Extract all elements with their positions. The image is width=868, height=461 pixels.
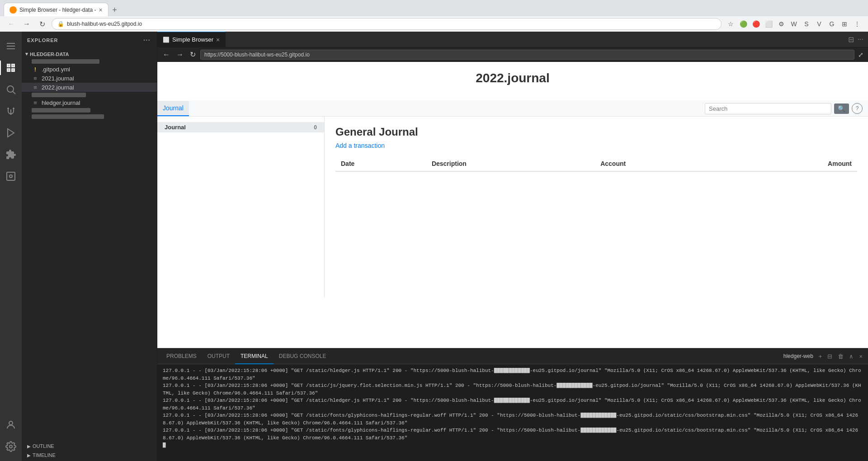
activity-scm-icon[interactable]: [0, 100, 22, 122]
terminal-line: 127.0.0.1 - - [03/Jan/2022:15:28:06 +000…: [163, 412, 863, 427]
refresh-button[interactable]: ↻: [36, 18, 48, 30]
browser-controls: ← → ↻ 🔒 blush-halibut-ws-eu25.gitpod.io …: [0, 16, 868, 32]
panel-forward-btn[interactable]: →: [175, 50, 185, 60]
sidebar-section-hledger: ▾ HLEDGER-DATA ! .gitpod.yml ≡ 2021.jour…: [22, 49, 157, 121]
forward-button[interactable]: →: [21, 18, 33, 30]
hledger-page-title: 2022.journal: [157, 71, 868, 85]
ext-icon-2[interactable]: 🔴: [750, 19, 761, 29]
activity-search-icon[interactable]: [0, 79, 22, 100]
browser-tab-active[interactable]: Simple Browser - hledger-data - ×: [4, 3, 108, 16]
terminal-line: 127.0.0.1 - - [03/Jan/2022:15:28:06 +000…: [163, 382, 863, 397]
chevron-right-timeline-icon: ▶: [27, 453, 31, 458]
toolbar-icons: ☆ 🟢 🔴 ⬜ ⚙ W S V G ⊞ ⋮: [725, 19, 863, 29]
ext-icon-7[interactable]: V: [814, 19, 825, 29]
sidebar-timeline-section[interactable]: ▶ TIMELINE: [22, 451, 157, 459]
editor-more-btn[interactable]: ···: [857, 34, 864, 44]
file-hledgerjournal-name: hledger.journal: [42, 99, 80, 106]
activity-debug-icon[interactable]: [0, 122, 22, 144]
panel-back-btn[interactable]: ←: [161, 50, 172, 60]
ext-icon-5[interactable]: W: [788, 19, 799, 29]
file-journal2-icon: ≡: [32, 84, 39, 91]
tab-browser-icon: ⬜: [163, 37, 170, 43]
tab-debug-console[interactable]: DEBUG CONSOLE: [274, 348, 332, 364]
terminal-prompt: █: [163, 442, 863, 449]
panel-external-btn[interactable]: ⤢: [857, 50, 864, 59]
explorer-title: EXPLORER: [27, 38, 58, 43]
panel-address-text: https://5000-blush-halibut-ws-eu25.gitpo…: [204, 52, 310, 58]
bookmark-icon[interactable]: ☆: [725, 19, 736, 29]
terminal-maximize-btn[interactable]: ∧: [847, 352, 855, 361]
terminal-close-btn[interactable]: ×: [857, 352, 864, 361]
chevron-down-icon: ▾: [25, 51, 28, 57]
ext-icon-3[interactable]: ⬜: [763, 19, 774, 29]
outline-label: OUTLINE: [33, 443, 54, 449]
section-title: HLEDGER-DATA: [30, 52, 69, 57]
activity-settings-icon[interactable]: [0, 436, 22, 457]
simple-browser-tab-close[interactable]: ×: [216, 36, 220, 43]
hledger-help-button[interactable]: ?: [852, 103, 863, 114]
file-item-2022journal[interactable]: ≡ 2022.journal: [22, 83, 157, 92]
file-item-2021journal[interactable]: ≡ 2021.journal: [22, 74, 157, 83]
hledger-main-layout: Journal 0 General Journal Add a transact…: [157, 117, 868, 297]
tab-simple-browser[interactable]: ⬜ Simple Browser ×: [157, 32, 226, 47]
tab-output[interactable]: OUTPUT: [202, 348, 235, 364]
file-hledger-icon: ≡: [32, 99, 39, 106]
activity-menu-icon[interactable]: [0, 35, 22, 57]
table-header-amount: Amount: [729, 156, 857, 171]
split-editor-btn[interactable]: ⊟: [847, 34, 855, 45]
nav-journal-link[interactable]: Journal: [157, 101, 189, 116]
hledger-sidebar-journal[interactable]: Journal 0: [157, 122, 324, 132]
tab-close-btn[interactable]: ×: [99, 6, 102, 14]
table-header-description: Description: [426, 156, 595, 171]
hledger-search-input[interactable]: [705, 103, 831, 114]
activity-remote-icon[interactable]: [0, 165, 22, 187]
hledger-content: General Journal Add a transaction Date D…: [325, 117, 868, 297]
panel-refresh-btn[interactable]: ↻: [188, 49, 198, 60]
svg-point-15: [9, 421, 13, 425]
hledger-nav: Journal 🔍 ?: [157, 101, 868, 117]
terminal-trash-btn[interactable]: 🗑: [836, 352, 845, 361]
tab-terminal[interactable]: TERMINAL: [235, 348, 274, 364]
address-bar[interactable]: 🔒 blush-halibut-ws-eu25.gitpod.io: [52, 18, 722, 30]
hledger-search-area: 🔍 ?: [699, 101, 868, 116]
vscode-container: EXPLORER ··· ▾ HLEDGER-DATA ! .gitpod.ym…: [0, 32, 868, 461]
browser-tab-bar: Simple Browser - hledger-data - × +: [0, 0, 868, 16]
hledger-add-transaction-link[interactable]: Add a transaction: [335, 142, 385, 149]
activity-account-icon[interactable]: [0, 414, 22, 436]
file-item-gitpod[interactable]: ! .gitpod.yml: [22, 65, 157, 74]
sidebar-outline-section[interactable]: ▶ OUTLINE: [22, 442, 157, 450]
file-item-hledgerjournal[interactable]: ≡ hledger.journal: [22, 98, 157, 107]
svg-rect-0: [7, 43, 15, 44]
panel-address-bar[interactable]: https://5000-blush-halibut-ws-eu25.gitpo…: [200, 50, 854, 60]
terminal-content: 127.0.0.1 - - [03/Jan/2022:15:28:06 +000…: [157, 364, 868, 461]
file-item-redacted3[interactable]: [22, 107, 157, 113]
file-item-redacted1[interactable]: [22, 58, 157, 65]
svg-point-16: [9, 445, 12, 448]
terminal-tabs: PROBLEMS OUTPUT TERMINAL DEBUG CONSOLE h…: [157, 348, 868, 364]
sidebar-more-btn[interactable]: ···: [142, 35, 151, 45]
tab-problems[interactable]: PROBLEMS: [161, 348, 202, 364]
terminal-controls: hledger-web + ⊟ 🗑 ∧ ×: [782, 352, 864, 361]
ext-icon-1[interactable]: 🟢: [738, 19, 749, 29]
activity-explorer-icon[interactable]: [0, 57, 22, 79]
ext-icon-6[interactable]: S: [801, 19, 812, 29]
file-item-redacted4[interactable]: [22, 113, 157, 120]
tab-favicon: [9, 6, 17, 14]
sidebar-section-header[interactable]: ▾ HLEDGER-DATA: [22, 50, 157, 58]
new-tab-button[interactable]: +: [108, 4, 121, 16]
ext-icon-4[interactable]: ⚙: [776, 19, 787, 29]
hledger-search-button[interactable]: 🔍: [834, 103, 849, 114]
file-item-redacted2[interactable]: [22, 92, 157, 98]
terminal-add-btn[interactable]: +: [817, 352, 824, 361]
terminal-line: 127.0.0.1 - - [03/Jan/2022:15:28:06 +000…: [163, 367, 863, 382]
chrome-menu[interactable]: ⋮: [852, 19, 863, 29]
chrome-browser-frame: Simple Browser - hledger-data - × + ← → …: [0, 0, 868, 32]
ext-icon-8[interactable]: G: [826, 19, 837, 29]
extensions-btn[interactable]: ⊞: [839, 19, 850, 29]
back-button[interactable]: ←: [5, 18, 17, 30]
file-journal-icon: ≡: [32, 75, 39, 82]
file-2022journal-name: 2022.journal: [42, 84, 74, 91]
activity-extensions-icon[interactable]: [0, 144, 22, 165]
terminal-split-btn[interactable]: ⊟: [826, 352, 834, 361]
browser-panel-toolbar: ← → ↻ https://5000-blush-halibut-ws-eu25…: [157, 47, 868, 62]
